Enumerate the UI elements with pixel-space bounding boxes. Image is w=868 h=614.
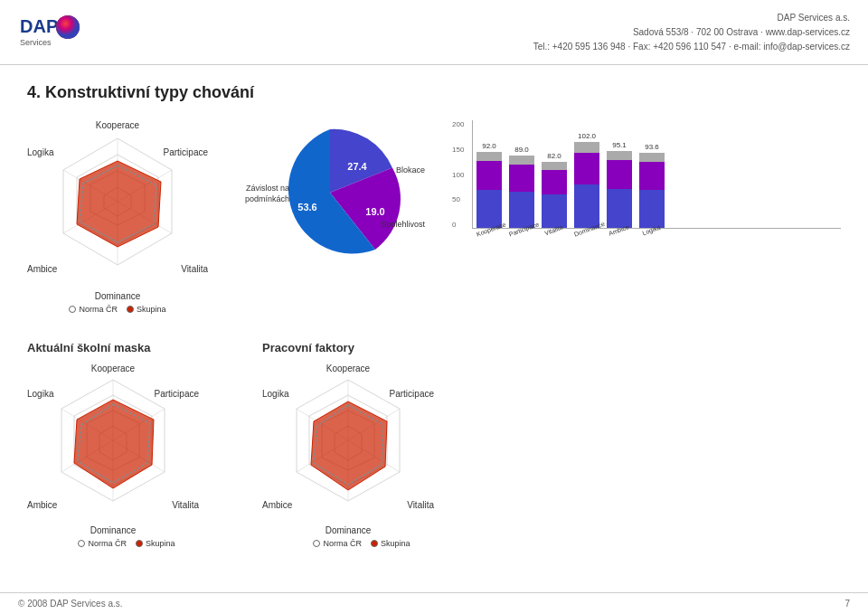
legend3-norma: Norma ČR (313, 539, 362, 548)
radar2-svg (27, 364, 199, 535)
bar-y-axis: 200 150 100 50 0 (452, 120, 464, 229)
main-content: 4. Konstruktivní typy chování Kooperace … (0, 65, 868, 566)
bar-val-1: 92.0 (482, 142, 496, 150)
pie-val-1: 27.4 (347, 161, 367, 172)
bar-seg-purple-4 (574, 153, 599, 184)
bar-val-5: 95.1 (612, 141, 627, 149)
bar-val-3: 82.0 (547, 152, 561, 160)
bar-seg-purple-6 (639, 162, 665, 190)
bar-chart-section: 200 150 100 50 0 92.0 (452, 120, 841, 238)
section-title: 4. Konstruktivní typy chování (27, 83, 841, 102)
bar-val-4: 102.0 (578, 132, 596, 140)
legend2-skupina-dot (136, 540, 143, 547)
bottom-title-1: Aktuální školní maska (27, 341, 226, 354)
svg-point-3 (56, 15, 80, 39)
radar1-svg (27, 120, 208, 301)
header-contact: DAP Services a.s. Sadová 553/8 · 702 00 … (533, 11, 850, 54)
bar-seg-purple-5 (607, 160, 632, 189)
bottom-title-2: Pracovní faktory (262, 341, 461, 354)
company-phone: Tel.: +420 595 136 948 · Fax: +420 596 1… (533, 40, 850, 54)
bar-stack-6 (639, 153, 665, 228)
legend-skupina: Skupina (127, 305, 166, 314)
bar-val-6: 93.6 (645, 143, 659, 151)
bar-stack-1 (476, 152, 502, 228)
bar-x-labels: Kooperace Participace Vitalita Dominance… (476, 231, 841, 238)
bar-seg-gray-2 (509, 156, 534, 165)
logo-area: DAP Services (18, 7, 81, 57)
bar-seg-blue-4 (574, 184, 599, 228)
bar-group-kooperace: 92.0 (476, 142, 502, 228)
bar-stack-3 (542, 162, 567, 228)
radar3-container: Kooperace Participace Vitalita Dominance… (262, 364, 434, 535)
bar-seg-blue-5 (607, 189, 632, 228)
footer: © 2008 DAP Services a.s. 7 (0, 592, 868, 614)
bar-seg-gray-6 (639, 153, 665, 162)
radar1-legend: Norma ČR Skupina (27, 305, 208, 314)
pie-label-left: Závislost na podmínkách (226, 184, 289, 204)
radar2-legend: Norma ČR Skupina (27, 539, 226, 548)
legend2-norma: Norma ČR (78, 539, 127, 548)
bar-stack-5 (607, 151, 632, 228)
svg-text:Services: Services (20, 38, 52, 47)
bar-seg-gray-3 (542, 162, 567, 170)
bar-seg-gray-1 (476, 152, 502, 161)
footer-page: 7 (844, 599, 850, 609)
bar-stack-2 (509, 156, 534, 228)
bar-seg-purple-1 (476, 161, 502, 190)
pie-val-2: 19.0 (365, 206, 384, 217)
bar-val-2: 89.0 (514, 146, 529, 154)
legend3-skupina: Skupina (371, 539, 410, 548)
radar2-container: Kooperace Participace Vitalita Dominance… (27, 364, 199, 535)
legend-norma-cr: Norma ČR (69, 305, 118, 314)
legend-skupina-dot (127, 306, 134, 313)
pie-label-spolehlivost: Spolehlivost (381, 220, 425, 229)
radar3-svg (262, 364, 434, 535)
svg-text:DAP: DAP (20, 16, 58, 36)
bar-group-dominance: 102.0 (574, 132, 599, 228)
bar-group-ambice: 95.1 (607, 141, 632, 228)
radar3-legend: Norma ČR Skupina (262, 539, 461, 548)
footer-copyright: © 2008 DAP Services a.s. (18, 599, 123, 609)
bar-stack-4 (574, 142, 599, 228)
legend3-norma-dot (313, 540, 320, 547)
company-address: Sadová 553/8 · 702 00 Ostrava · www.dap-… (533, 25, 850, 40)
bottom-section-1: Aktuální školní maska Kooperace Particip… (27, 341, 226, 548)
bar-group-vitalita: 82.0 (542, 152, 567, 228)
company-name: DAP Services a.s. (533, 11, 850, 25)
legend-norma-dot (69, 306, 76, 313)
bar-seg-gray-4 (574, 142, 599, 153)
radar-chart-1: Kooperace Participace Vitalita Dominance… (27, 120, 208, 314)
pie-val-3: 53.6 (297, 202, 316, 213)
legend3-skupina-dot (371, 540, 378, 547)
header: DAP Services DAP Services a.s. Sadová 55… (0, 0, 868, 65)
dap-logo-svg: DAP Services (18, 7, 81, 57)
bottom-section-2: Pracovní faktory Kooperace Participace V… (262, 341, 461, 548)
pie-label-blokace: Blokace (396, 165, 425, 175)
svg-marker-35 (311, 401, 387, 490)
bar-seg-gray-5 (607, 151, 632, 160)
top-row: Kooperace Participace Vitalita Dominance… (27, 120, 841, 314)
bar-group-participace: 89.0 (509, 146, 534, 228)
svg-marker-13 (77, 161, 161, 247)
bars-container: 92.0 89.0 (472, 120, 841, 229)
bar-seg-purple-2 (509, 165, 534, 192)
bar-seg-purple-3 (542, 170, 567, 194)
legend2-skupina: Skupina (136, 539, 175, 548)
pie-chart-section: Závislost na podmínkách Blokace Spolehli… (226, 120, 434, 265)
legend2-norma-dot (78, 540, 85, 547)
bottom-row: Aktuální školní maska Kooperace Particip… (27, 341, 841, 548)
svg-marker-24 (74, 400, 154, 488)
bar-group-logika: 93.6 (639, 143, 665, 228)
